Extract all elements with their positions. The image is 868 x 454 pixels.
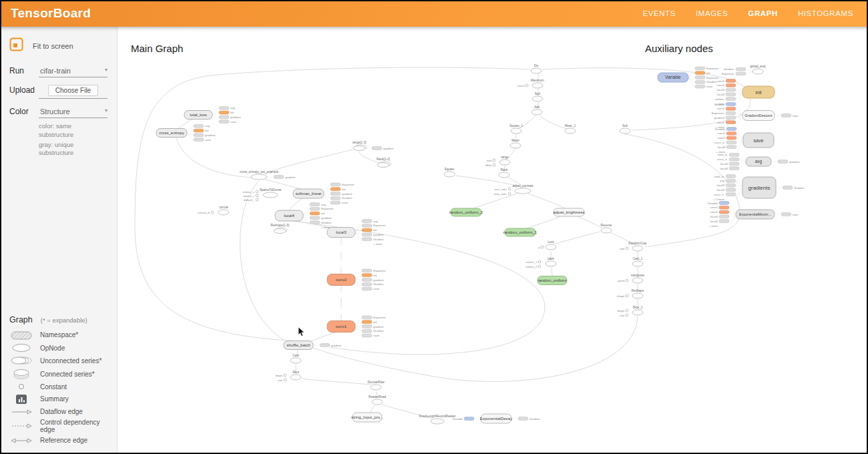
graph-node-Mean[interactable]: Mean [510, 139, 521, 148]
graph-node-ExponentialMovin[interactable]: ExponentialMovin...trainVariableconv1con… [708, 202, 799, 228]
graph-node-random_uniform_2[interactable]: random_uniform_2 [449, 208, 483, 216]
proxy-chip[interactable] [726, 175, 736, 178]
proxy-chip[interactable] [194, 138, 204, 142]
proxy-chip[interactable] [310, 203, 320, 206]
proxy-chip[interactable] [781, 114, 791, 118]
proxy-chip[interactable] [194, 124, 204, 128]
proxy-chip[interactable] [783, 186, 793, 190]
proxy-chip[interactable] [726, 97, 736, 101]
proxy-chip[interactable] [194, 129, 204, 132]
constant-node[interactable] [256, 194, 258, 197]
proxy-chip[interactable] [719, 210, 729, 214]
graph-node-Less[interactable]: Lessy [538, 240, 556, 250]
proxy-chip[interactable] [320, 344, 330, 347]
proxy-chip[interactable] [362, 287, 372, 290]
proxy-chip[interactable] [726, 107, 736, 110]
proxy-chip[interactable] [729, 167, 739, 170]
constant-node[interactable] [541, 246, 544, 248]
proxy-chip[interactable] [362, 233, 372, 236]
proxy-chip[interactable] [726, 141, 736, 144]
graph-node-conv1[interactable]: conv1Exponent.initgradientGradien.save [327, 316, 386, 337]
constant-node[interactable] [626, 314, 628, 316]
proxy-chip[interactable] [695, 80, 705, 83]
proxy-chip[interactable] [331, 192, 341, 196]
graph-node-Reshape[interactable]: Reshapeshape [617, 289, 644, 298]
graph-node-Div[interactable]: Div [531, 64, 541, 73]
graph-node-range[interactable]: rangestartdelta [485, 156, 510, 167]
proxy-chip[interactable] [362, 316, 372, 319]
graph-node-Slice[interactable]: Slicebeginsize [276, 371, 301, 382]
graph-node-random_uniform_1[interactable]: random_uniform_1 [503, 228, 537, 236]
graph-node-range13[interactable]: range[1-3]gradient [353, 141, 395, 151]
proxy-chip[interactable] [726, 83, 736, 87]
graph-node-local3[interactable]: local3avgExponent.initgradientGradien.+ … [327, 220, 386, 246]
constant-node[interactable] [626, 279, 628, 282]
proxy-chip[interactable] [362, 228, 372, 232]
graph-node-GradientDescent[interactable]: GradientDescenttrainVariableconv1Exponen… [712, 103, 799, 129]
proxy-chip[interactable] [331, 201, 341, 204]
graph-node-Reverse[interactable]: Reverse [600, 224, 612, 233]
graph-node-gradients[interactable]: gradientsGradien.total_lo.avglocal3local… [713, 175, 805, 201]
proxy-chip[interactable] [719, 202, 729, 205]
graph-node-adjust_contrast[interactable]: adjust_contrastmin_valu.max_valu. [494, 184, 533, 196]
constant-node[interactable] [284, 374, 286, 377]
constant-node[interactable] [493, 159, 495, 162]
graph-node-Maximum[interactable]: MaximumConst [517, 79, 544, 88]
proxy-chip[interactable] [726, 193, 736, 196]
proxy-chip[interactable] [362, 325, 372, 328]
constant-node[interactable] [525, 84, 528, 87]
graph-node-softmax_linear[interactable]: softmax_linearExponent.initgradientGradi… [293, 183, 355, 204]
proxy-chip[interactable] [726, 146, 736, 149]
graph-node-avg[interactable]: avggradienttotal_lo.cross_e.local3local4 [717, 153, 801, 170]
proxy-chip[interactable] [719, 220, 729, 223]
graph-node-pack[interactable]: packvalues_1values_2 [525, 257, 556, 268]
graph-node-ReaderRead[interactable]: ReaderRead [369, 395, 386, 405]
graph-node-shuffle_batch[interactable]: shuffle_batchgradient [284, 341, 342, 350]
proxy-chip[interactable] [310, 221, 320, 224]
graph-node-Slice_1[interactable]: Slice_1beginsize [618, 306, 643, 317]
graph-node-Square[interactable]: Square [444, 168, 455, 177]
nav-tab-histograms[interactable]: HISTOGRAMS [798, 9, 853, 17]
constant-node[interactable] [626, 309, 628, 312]
proxy-chip[interactable] [310, 212, 320, 215]
proxy-chip[interactable] [331, 188, 341, 191]
constant-node[interactable] [508, 188, 511, 190]
graph-node-Sqrt[interactable]: Sqrt [532, 92, 543, 101]
proxy-chip[interactable] [736, 72, 746, 75]
proxy-chip[interactable] [362, 278, 372, 282]
graph-node-global_step[interactable]: global_stepGradien.Exponent. [722, 65, 767, 75]
proxy-chip[interactable] [781, 213, 791, 216]
proxy-chip[interactable] [726, 88, 736, 91]
proxy-chip[interactable] [219, 120, 229, 124]
proxy-chip[interactable] [695, 71, 705, 75]
proxy-chip[interactable] [362, 334, 372, 337]
proxy-chip[interactable] [726, 93, 736, 96]
proxy-chip[interactable] [362, 238, 372, 241]
graph-node-save[interactable]: saveVariableconv1conv2cross_e.local3+ mo… [714, 128, 774, 154]
proxy-chip[interactable] [726, 179, 736, 182]
graph-node-string_input[interactable]: string_input_pro... [351, 413, 383, 422]
graph-node-DecodeRaw[interactable]: DecodeRaw [367, 381, 385, 390]
proxy-chip[interactable] [310, 207, 320, 210]
proxy-chip[interactable] [362, 269, 372, 272]
color-select[interactable]: Structure ▾ [39, 106, 107, 118]
graph-node-SparseToDense[interactable]: SparseToDensevalues_s.sparse_i.default_. [242, 188, 281, 202]
proxy-chip[interactable] [736, 67, 746, 71]
graph-node-cepe[interactable]: cross_entropy_per_examplegradient [240, 170, 296, 180]
proxy-chip[interactable] [362, 282, 372, 286]
graph-node-Square_1[interactable]: Square_1 [509, 124, 523, 134]
proxy-chip[interactable] [331, 196, 341, 200]
proxy-chip[interactable] [726, 79, 736, 83]
proxy-chip[interactable] [726, 188, 736, 192]
proxy-chip[interactable] [729, 158, 739, 161]
graph-node-cross_entropy[interactable]: cross_entropyavginitgradientsave [156, 124, 216, 141]
graph-node-RandomCrop[interactable]: RandomCropsize [620, 242, 647, 251]
run-select[interactable]: cifar-train ▾ [39, 65, 107, 77]
graph-node-rank12[interactable]: Rank[1-2] [377, 158, 391, 168]
proxy-chip[interactable] [372, 147, 382, 150]
graph-node-Cast_1[interactable]: Cast_1 [632, 257, 643, 266]
proxy-chip[interactable] [464, 417, 474, 421]
proxy-chip[interactable] [726, 132, 736, 135]
constant-node[interactable] [626, 294, 628, 297]
graph-node-reshape13[interactable]: Reshape[1-3] [270, 224, 289, 234]
